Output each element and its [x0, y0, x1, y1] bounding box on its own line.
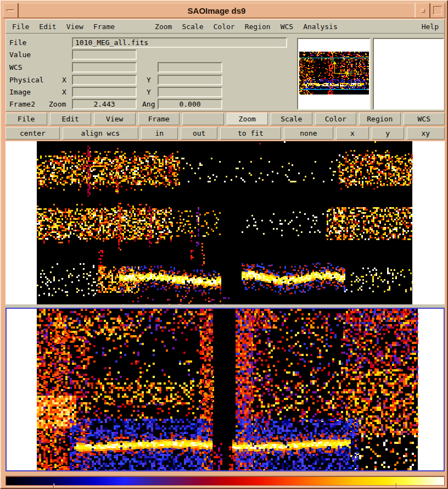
panner-panel[interactable]	[297, 38, 371, 110]
physical-y-field[interactable]	[158, 75, 222, 85]
frame1-canvas[interactable]	[5, 141, 445, 304]
wcs-label: WCS	[9, 62, 22, 73]
angle-value-field[interactable]: 0.000	[158, 99, 222, 109]
toolbar-color-button[interactable]: Color	[315, 113, 357, 125]
ds9-window: SAOImage ds9 File Edit View Frame Zoom S…	[0, 0, 448, 489]
toolbar-file-button[interactable]: File	[5, 113, 47, 125]
menu-zoom[interactable]: Zoom	[155, 23, 172, 31]
file-field[interactable]: 1010_MEG_all.fits	[72, 37, 287, 48]
zoom-value-field[interactable]: 2.443	[72, 99, 137, 109]
toolbar-zoom-actions: center align wcs in out to fit none x y …	[5, 127, 445, 140]
toolbar-region-button[interactable]: Region	[359, 113, 401, 125]
toolbar-blank-button[interactable]	[182, 113, 224, 125]
frame2-canvas[interactable]	[7, 309, 444, 470]
toolbar-zoom-button[interactable]: Zoom	[227, 113, 268, 125]
menu-wcs[interactable]: WCS	[281, 23, 293, 31]
info-readout: File 1010_MEG_all.fits Value WCS Physica…	[6, 34, 296, 111]
zoom-in-button[interactable]: in	[141, 127, 178, 140]
zoom-out-button[interactable]: out	[181, 127, 217, 140]
wcs-x-field[interactable]	[72, 62, 137, 73]
zoom-to-fit-button[interactable]: to fit	[220, 127, 281, 140]
panner-canvas[interactable]	[298, 39, 369, 109]
value-label: Value	[9, 49, 31, 60]
minimize-icon	[421, 9, 425, 13]
image-x-field[interactable]	[72, 87, 137, 97]
zoom-center-button[interactable]: center	[5, 127, 60, 140]
menu-frame[interactable]: Frame	[93, 23, 115, 31]
menu-view[interactable]: View	[66, 23, 83, 31]
physical-y-label: Y	[147, 75, 151, 85]
angle-label: Ang	[142, 99, 155, 109]
window-menu-button[interactable]	[3, 3, 18, 18]
zoom-invert-xy-button[interactable]: xy	[407, 127, 445, 140]
bottom-resize-notch-right[interactable]	[396, 484, 397, 488]
window-maximize-button[interactable]	[430, 3, 445, 18]
physical-x-label: X	[62, 75, 66, 85]
image-frame-1[interactable]	[5, 141, 445, 304]
colorbar[interactable]	[5, 476, 445, 486]
toolbar-edit-button[interactable]: Edit	[50, 113, 92, 125]
zoom-invert-x-button[interactable]: x	[336, 127, 368, 140]
menu-analysis[interactable]: Analysis	[303, 23, 338, 31]
menu-file[interactable]: File	[12, 23, 29, 31]
image-y-label: Y	[147, 87, 151, 97]
menu-scale[interactable]: Scale	[182, 23, 203, 31]
physical-label: Physical	[9, 75, 44, 85]
toolbar-categories: File Edit View Frame Zoom Scale Color Re…	[5, 113, 445, 125]
value-field[interactable]	[72, 49, 137, 60]
toolbar-view-button[interactable]: View	[94, 113, 136, 125]
toolbar-frame-button[interactable]: Frame	[138, 113, 180, 125]
toolbar-wcs-button[interactable]: WCS	[404, 113, 445, 125]
magnifier-panel[interactable]	[373, 38, 444, 110]
menu-bar: File Edit View Frame Zoom Scale Color Re…	[5, 19, 445, 34]
image-frame-2-active[interactable]	[5, 308, 445, 471]
title-bar: SAOImage ds9	[3, 3, 445, 18]
menu-help[interactable]: Help	[422, 23, 439, 31]
zoom-invert-y-button[interactable]: y	[372, 127, 404, 140]
colorbar-gradient[interactable]	[5, 476, 445, 486]
menu-region[interactable]: Region	[245, 23, 271, 31]
zoom-align-wcs-button[interactable]: align wcs	[63, 127, 138, 140]
window-title: SAOImage ds9	[18, 3, 415, 18]
image-x-label: X	[62, 87, 66, 97]
bottom-resize-notch-left[interactable]	[53, 484, 54, 488]
window-minimize-button[interactable]	[415, 3, 430, 18]
menu-edit[interactable]: Edit	[39, 23, 56, 31]
menu-color[interactable]: Color	[214, 23, 235, 31]
frame-label: Frame2	[9, 99, 35, 109]
info-panel: File 1010_MEG_all.fits Value WCS Physica…	[5, 34, 445, 112]
image-label: Image	[9, 87, 31, 97]
window-menu-icon	[7, 9, 14, 12]
zoom-label: Zoom	[49, 99, 66, 109]
zoom-none-button[interactable]: none	[284, 127, 334, 140]
file-label: File	[9, 37, 26, 48]
image-y-field[interactable]	[158, 87, 222, 97]
maximize-icon	[433, 6, 442, 15]
wcs-y-field[interactable]	[158, 62, 222, 73]
toolbar-scale-button[interactable]: Scale	[271, 113, 312, 125]
physical-x-field[interactable]	[72, 75, 137, 85]
